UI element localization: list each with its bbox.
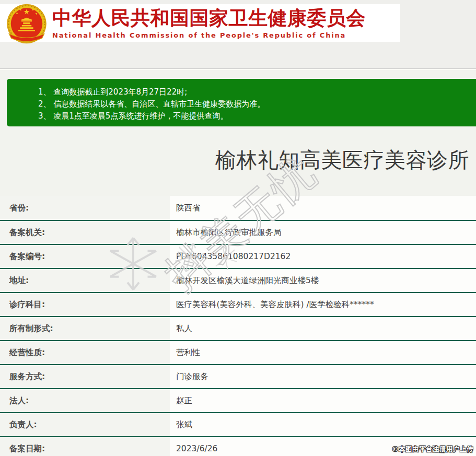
field-value: 张斌 — [170, 413, 476, 436]
table-row: 备案机关: 榆林市榆阳区行政审批服务局 — [0, 220, 476, 244]
field-label: 诊疗科目: — [0, 293, 170, 316]
national-emblem-icon — [3, 3, 51, 47]
table-row: 省份: 陕西省 — [0, 196, 476, 220]
field-value: 营利性 — [170, 341, 476, 364]
site-title-cn: 中华人民共和国国家卫生健康委员会 — [52, 7, 366, 30]
field-label: 备案日期: — [0, 437, 170, 456]
field-label: 法人: — [0, 389, 170, 412]
field-label: 省份: — [0, 196, 170, 220]
record-table: 省份: 陕西省 备案机关: 榆林市榆阳区行政审批服务局 备案编号: PDY604… — [0, 196, 476, 456]
field-value: 榆林市榆阳区行政审批服务局 — [170, 221, 476, 244]
notice-line-1: 1、 查询数据截止到2023年8月27日22时; — [38, 86, 469, 98]
field-label: 备案编号: — [0, 245, 170, 268]
table-row: 负责人: 张斌 — [0, 412, 476, 436]
table-row: 所有制形式: 私人 — [0, 316, 476, 340]
content-area: 1、 查询数据截止到2023年8月27日22时; 2、 信息数据结果以各省、自治… — [0, 68, 476, 456]
site-title-block: 中华人民共和国国家卫生健康委员会 National Health Commiss… — [52, 7, 366, 39]
field-value: PDY60435861080217D2162 — [170, 245, 476, 268]
table-row: 地址: 榆林开发区榆溪大道绿洲阳光商业楼5楼 — [0, 268, 476, 292]
page-root: 中华人民共和国国家卫生健康委员会 National Health Commiss… — [0, 0, 476, 456]
notice-banner: 1、 查询数据截止到2023年8月27日22时; 2、 信息数据结果以各省、自治… — [7, 79, 476, 126]
site-header-logo[interactable]: 中华人民共和国国家卫生健康委员会 National Health Commiss… — [0, 4, 400, 42]
table-row: 服务方式: 门诊服务 — [0, 364, 476, 388]
field-value: 医疗美容科(美容外科、美容皮肤科) /医学检验科****** — [170, 293, 476, 316]
upload-credit-label: ©本图由平台注册用户上传 — [392, 445, 473, 454]
field-label: 备案机关: — [0, 221, 170, 244]
field-label: 服务方式: — [0, 365, 170, 388]
field-label: 地址: — [0, 269, 170, 292]
field-value: 私人 — [170, 317, 476, 340]
table-row: 经营性质: 营利性 — [0, 340, 476, 364]
clinic-name-title: 榆林礼知高美医疗美容诊所 — [215, 146, 469, 174]
field-label: 负责人: — [0, 413, 170, 436]
field-value: 赵正 — [170, 389, 476, 412]
site-title-en: National Health Commission of the People… — [52, 31, 366, 39]
notice-line-2: 2、 信息数据结果以各省、自治区、直辖市卫生健康委数据为准。 — [38, 98, 469, 110]
field-label: 所有制形式: — [0, 317, 170, 340]
notice-line-3: 3、 凌晨1点至凌晨5点系统进行维护，不能提供查询。 — [38, 110, 469, 122]
field-value: 门诊服务 — [170, 365, 476, 388]
field-value: 榆林开发区榆溪大道绿洲阳光商业楼5楼 — [170, 269, 476, 292]
field-value: 陕西省 — [170, 196, 476, 220]
field-label: 经营性质: — [0, 341, 170, 364]
table-row: 备案编号: PDY60435861080217D2162 — [0, 244, 476, 268]
table-row: 法人: 赵正 — [0, 388, 476, 412]
table-row: 诊疗科目: 医疗美容科(美容外科、美容皮肤科) /医学检验科****** — [0, 292, 476, 316]
